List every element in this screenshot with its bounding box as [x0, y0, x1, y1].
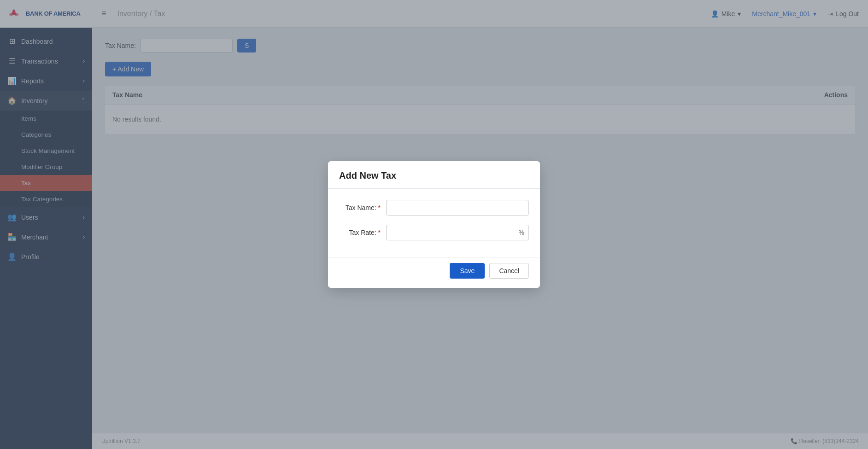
tax-rate-required-star: *: [378, 229, 381, 236]
percent-suffix: %: [519, 229, 524, 236]
modal-body: Tax Name: * Tax Rate: * %: [328, 189, 540, 257]
tax-name-field: Tax Name: *: [339, 200, 529, 216]
tax-rate-modal-input[interactable]: [386, 225, 529, 240]
tax-name-required-star: *: [378, 204, 381, 211]
modal-overlay[interactable]: Add New Tax Tax Name: * Tax Rate: * %: [0, 0, 868, 449]
tax-name-modal-label: Tax Name: *: [339, 204, 381, 211]
tax-rate-label-text: Tax Rate:: [349, 229, 376, 236]
tax-name-modal-input[interactable]: [386, 200, 529, 216]
modal-cancel-button[interactable]: Cancel: [489, 263, 529, 279]
add-tax-modal: Add New Tax Tax Name: * Tax Rate: * %: [328, 161, 540, 288]
tax-name-label-text: Tax Name:: [346, 204, 376, 211]
modal-title: Add New Tax: [339, 170, 396, 181]
tax-rate-input-wrapper: %: [386, 225, 529, 240]
tax-rate-field: Tax Rate: * %: [339, 225, 529, 240]
modal-footer: Save Cancel: [328, 257, 540, 288]
modal-save-button[interactable]: Save: [450, 263, 485, 279]
tax-rate-modal-label: Tax Rate: *: [339, 229, 381, 236]
modal-header: Add New Tax: [328, 161, 540, 189]
